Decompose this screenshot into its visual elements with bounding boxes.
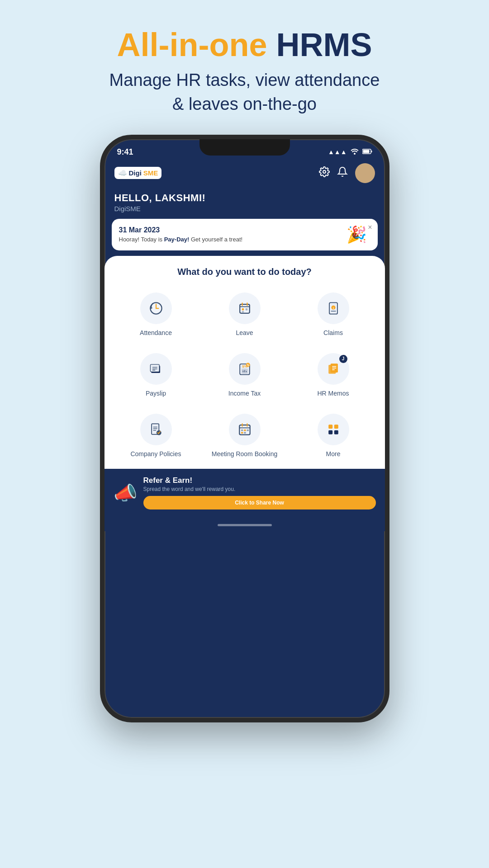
company-policies-label: Company Policies — [130, 450, 181, 458]
leave-icon-bg — [229, 292, 261, 324]
close-icon[interactable]: × — [368, 223, 372, 231]
menu-item-income-tax[interactable]: $% % Income Tax — [202, 347, 287, 404]
svg-rect-48 — [244, 429, 246, 431]
status-icons: ▲▲▲ — [328, 148, 372, 156]
svg-point-5 — [362, 169, 368, 175]
svg-rect-47 — [241, 429, 243, 431]
menu-item-claims[interactable]: i Claims — [291, 286, 376, 343]
refer-illustration: 📣 — [114, 482, 137, 504]
svg-rect-2 — [363, 150, 369, 153]
income-tax-icon-bg: $% % — [229, 353, 261, 385]
banner-illustration: 🎉 — [347, 225, 367, 244]
income-tax-label: Income Tax — [228, 389, 261, 397]
logo-box: ☁️ DigiSME — [114, 167, 162, 179]
home-bar — [218, 524, 272, 526]
payday-banner: 31 Mar 2023 Hooray! Today is Pay-Day! Ge… — [112, 219, 378, 250]
menu-item-hr-memos[interactable]: J HR Memos — [291, 347, 376, 404]
logo-cloud-icon: ☁️ — [118, 169, 127, 177]
banner-text: Hooray! Today is Pay-Day! Get yourself a… — [119, 236, 243, 243]
refer-content: Refer & Earn! Spread the word and we'll … — [143, 476, 376, 509]
more-label: More — [326, 450, 341, 458]
svg-rect-50 — [241, 432, 243, 434]
app-header: ☁️ DigiSME — [104, 160, 385, 187]
menu-item-more[interactable]: More — [291, 407, 376, 464]
svg-point-4 — [323, 170, 326, 173]
settings-icon[interactable] — [319, 166, 330, 180]
company-policies-icon-bg — [140, 414, 172, 445]
avatar[interactable] — [355, 163, 375, 183]
page-title: All-in-one HRMS — [109, 27, 380, 63]
svg-text:i: i — [333, 306, 334, 310]
page-subtitle: Manage HR tasks, view attendance & leave… — [109, 68, 380, 116]
meeting-room-icon-bg — [229, 414, 261, 445]
meeting-room-label: Meeting Room Booking — [212, 450, 278, 458]
svg-rect-21 — [150, 364, 159, 372]
attendance-icon-bg — [140, 292, 172, 324]
svg-text:%: % — [247, 363, 249, 367]
battery-icon — [362, 148, 372, 156]
banner-content: 31 Mar 2023 Hooray! Today is Pay-Day! Ge… — [119, 226, 243, 243]
notification-icon[interactable] — [337, 166, 348, 180]
logo-sme-text: SME — [143, 169, 158, 177]
menu-item-attendance[interactable]: Attendance — [114, 286, 199, 343]
content-area: What do you want to do today? Attendance — [104, 256, 385, 519]
svg-rect-53 — [334, 425, 338, 429]
refer-subtitle: Spread the word and we'll reward you. — [143, 486, 376, 492]
svg-rect-49 — [247, 429, 249, 431]
attendance-label: Attendance — [140, 329, 172, 337]
section-title: What do you want to do today? — [114, 267, 376, 277]
menu-item-payslip[interactable]: Payslip — [114, 347, 199, 404]
title-normal: HRMS — [276, 27, 372, 63]
svg-rect-55 — [334, 430, 338, 434]
phone-frame: 9:41 ▲▲▲ ☁️ Digi — [100, 135, 389, 722]
svg-rect-51 — [244, 432, 246, 434]
menu-item-company-policies[interactable]: Company Policies — [114, 407, 199, 464]
claims-label: Claims — [323, 329, 343, 337]
home-indicator — [104, 519, 385, 531]
page-header: All-in-one HRMS Manage HR tasks, view at… — [109, 27, 380, 117]
svg-rect-12 — [242, 308, 244, 311]
logo-container: ☁️ DigiSME — [114, 167, 162, 179]
menu-item-meeting-room[interactable]: Meeting Room Booking — [202, 407, 287, 464]
svg-rect-54 — [328, 430, 332, 434]
claims-icon-bg: i — [318, 292, 349, 324]
menu-grid: Attendance Leave — [114, 286, 376, 465]
refer-banner: 📣 Refer & Earn! Spread the word and we'l… — [104, 469, 385, 519]
svg-point-0 — [354, 153, 356, 155]
title-highlight: All-in-one — [117, 27, 267, 63]
leave-label: Leave — [236, 329, 253, 337]
greeting-name: HELLO, LAKSHMI! — [114, 192, 375, 204]
header-icons — [319, 163, 375, 183]
refer-share-button[interactable]: Click to Share Now — [143, 496, 376, 509]
status-time: 9:41 — [117, 147, 133, 157]
hr-memos-label: HR Memos — [317, 389, 349, 397]
svg-rect-3 — [371, 151, 372, 152]
greeting-section: HELLO, LAKSHMI! DigiSME — [104, 187, 385, 219]
refer-title: Refer & Earn! — [143, 476, 376, 485]
phone-notch — [199, 139, 290, 156]
svg-rect-8 — [240, 304, 250, 313]
wifi-icon — [351, 148, 359, 156]
more-icon-bg — [318, 414, 349, 445]
payslip-icon-bg — [140, 353, 172, 385]
svg-rect-13 — [245, 308, 247, 311]
greeting-company: DigiSME — [114, 205, 375, 212]
svg-rect-52 — [328, 425, 332, 429]
logo-digi-text: Digi — [129, 169, 142, 177]
banner-date: 31 Mar 2023 — [119, 226, 243, 234]
menu-item-leave[interactable]: Leave — [202, 286, 287, 343]
svg-rect-14 — [242, 311, 244, 312]
payslip-label: Payslip — [146, 389, 166, 397]
signal-icon: ▲▲▲ — [328, 148, 347, 156]
svg-point-6 — [360, 175, 370, 181]
hr-memos-icon-bg: J — [318, 353, 349, 385]
